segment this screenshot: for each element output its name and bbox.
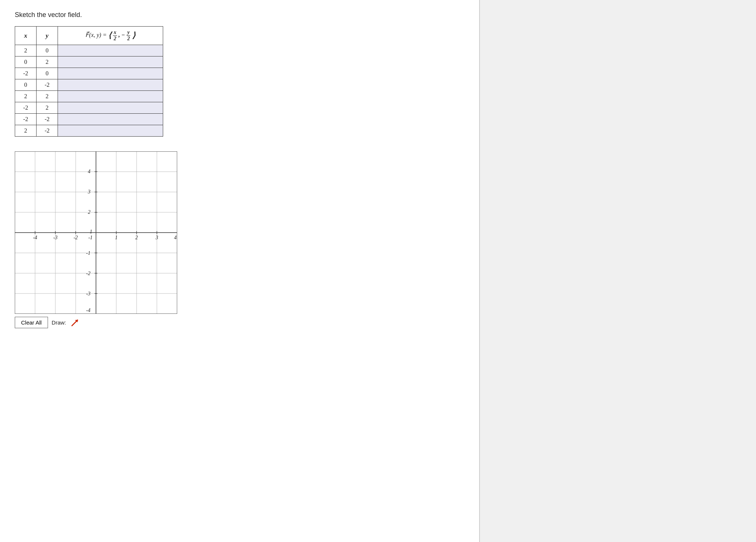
cell-y-4: 2	[37, 91, 58, 102]
table-row: 22	[15, 91, 185, 102]
x-label-2: 2	[135, 235, 138, 240]
cell-x-2: -2	[15, 68, 37, 79]
x-label-1: 1	[115, 235, 118, 240]
y-label-1: 1	[90, 229, 92, 234]
cell-y-3: -2	[37, 79, 58, 91]
cell-x-5: -2	[15, 102, 37, 114]
cell-arrow-4	[163, 91, 184, 102]
graph-svg: -4 -3 -2 -1 1 2 3 4 4 3 2 1 -1 -2 -3 -4	[15, 151, 177, 314]
y-label-neg2: -2	[86, 271, 90, 276]
cell-arrow-5	[163, 102, 184, 114]
cell-y-6: -2	[37, 114, 58, 125]
cell-y-1: 2	[37, 56, 58, 68]
cell-value-7[interactable]	[58, 125, 163, 137]
table-row: -20	[15, 68, 185, 79]
graph-canvas[interactable]: -4 -3 -2 -1 1 2 3 4 4 3 2 1 -1 -2 -3 -4	[15, 151, 177, 314]
y-label-neg4: -4	[86, 308, 90, 313]
cell-x-7: 2	[15, 125, 37, 137]
col-header-arrow	[163, 27, 184, 45]
graph-section: -4 -3 -2 -1 1 2 3 4 4 3 2 1 -1 -2 -3 -4	[15, 151, 464, 328]
cell-arrow-0	[163, 45, 184, 56]
cell-x-4: 2	[15, 91, 37, 102]
cell-x-6: -2	[15, 114, 37, 125]
y-label-neg1: -1	[86, 250, 90, 256]
cell-value-4[interactable]	[58, 91, 163, 102]
cell-value-6[interactable]	[58, 114, 163, 125]
table-row: 2-2	[15, 125, 185, 137]
y-label-neg3: -3	[86, 291, 90, 296]
cell-arrow-6	[163, 114, 184, 125]
x-label-4: 4	[174, 235, 177, 240]
arrow-up-right-icon	[70, 318, 80, 328]
table-row: -22	[15, 102, 185, 114]
cell-y-7: -2	[37, 125, 58, 137]
x-label-neg3: -3	[53, 235, 58, 240]
cell-arrow-3	[163, 79, 184, 91]
cell-x-0: 2	[15, 45, 37, 56]
y-label-3: 3	[87, 189, 90, 195]
cell-y-5: 2	[37, 102, 58, 114]
cell-y-2: 0	[37, 68, 58, 79]
buttons-row: Clear All Draw:	[15, 317, 464, 328]
draw-arrow-icon[interactable]	[70, 318, 80, 328]
main-page: Sketch the vector field. x y F⃗(x, y) = …	[0, 0, 480, 542]
y-label-2: 2	[88, 209, 90, 215]
draw-label: Draw:	[52, 319, 66, 326]
cell-value-0[interactable]	[58, 45, 163, 56]
x-label-3: 3	[155, 235, 158, 240]
cell-value-1[interactable]	[58, 56, 163, 68]
col-header-formula: F⃗(x, y) = ⟨ x 2 , − y 2 ⟩	[58, 27, 163, 45]
y-label-4: 4	[88, 169, 90, 174]
cell-x-3: 0	[15, 79, 37, 91]
cell-x-1: 0	[15, 56, 37, 68]
col-header-x: x	[15, 27, 37, 45]
table-row: 20	[15, 45, 185, 56]
cell-value-3[interactable]	[58, 79, 163, 91]
cell-value-5[interactable]	[58, 102, 163, 114]
cell-arrow-2	[163, 68, 184, 79]
page-title: Sketch the vector field.	[15, 11, 464, 19]
table-row: -2-2	[15, 114, 185, 125]
x-label-neg4: -4	[33, 235, 37, 240]
cell-arrow-1	[163, 56, 184, 68]
vector-table: x y F⃗(x, y) = ⟨ x 2 , − y	[15, 26, 185, 137]
cell-value-2[interactable]	[58, 68, 163, 79]
x-label-neg1: -1	[88, 235, 93, 240]
x-label-neg2: -2	[73, 235, 78, 240]
cell-arrow-7	[163, 125, 184, 137]
table-row: 0-2	[15, 79, 185, 91]
col-header-y: y	[37, 27, 58, 45]
table-row: 02	[15, 56, 185, 68]
clear-all-button[interactable]: Clear All	[15, 317, 48, 328]
cell-y-0: 0	[37, 45, 58, 56]
